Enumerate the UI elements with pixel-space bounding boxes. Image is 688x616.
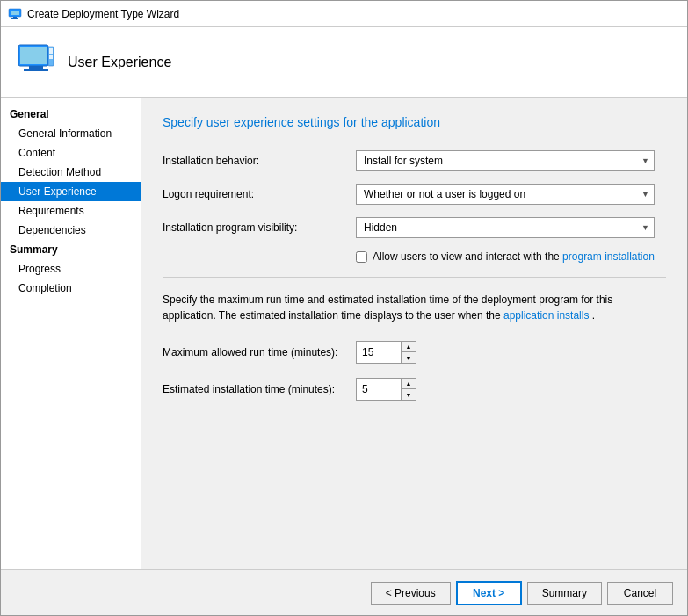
header-section: User Experience: [1, 27, 687, 98]
application-installs-link[interactable]: application installs: [503, 309, 589, 322]
estimated-time-spinner-buttons: ▲ ▼: [401, 379, 416, 400]
sidebar-item-progress[interactable]: Progress: [1, 259, 141, 279]
svg-rect-7: [24, 69, 48, 71]
header-title: User Experience: [68, 54, 171, 70]
header-icon: [15, 40, 57, 84]
sidebar-item-requirements[interactable]: Requirements: [1, 201, 141, 221]
sidebar-item-content[interactable]: Content: [1, 143, 141, 163]
main-content: General General Information Content Dete…: [1, 98, 687, 569]
sidebar-item-dependencies[interactable]: Dependencies: [1, 221, 141, 240]
sidebar: General General Information Content Dete…: [1, 98, 141, 569]
title-bar-text: Create Deployment Type Wizard: [27, 8, 179, 20]
svg-rect-1: [11, 11, 19, 15]
installation-behavior-row: Installation behavior: Install for syste…: [163, 150, 666, 171]
logon-requirement-label: Logon requirement:: [163, 188, 356, 200]
logon-requirement-row: Logon requirement: Whether or not a user…: [163, 184, 666, 205]
content-area: Specify user experience settings for the…: [141, 98, 687, 569]
next-button[interactable]: Next >: [456, 581, 522, 605]
max-run-time-decrement[interactable]: ▼: [402, 352, 416, 363]
sidebar-group-general: General: [1, 105, 141, 124]
estimated-time-input[interactable]: [357, 379, 401, 400]
installation-visibility-row: Installation program visibility: HiddenN…: [163, 217, 666, 238]
title-bar-icon: [8, 7, 22, 21]
svg-rect-5: [20, 47, 47, 64]
footer: < Previous Next > Summary Cancel: [1, 569, 687, 615]
previous-button[interactable]: < Previous: [371, 582, 451, 605]
title-bar: Create Deployment Type Wizard: [1, 1, 687, 27]
wizard-window: Create Deployment Type Wizard User Exper…: [0, 0, 688, 616]
svg-rect-3: [11, 18, 18, 19]
divider: [163, 277, 666, 278]
svg-rect-6: [29, 66, 43, 69]
sidebar-group-summary: Summary: [1, 240, 141, 259]
logon-requirement-dropdown[interactable]: Whether or not a user is logged onOnly w…: [356, 184, 655, 205]
summary-button[interactable]: Summary: [527, 582, 602, 605]
installation-behavior-label: Installation behavior:: [163, 155, 356, 167]
max-run-time-row: Maximum allowed run time (minutes): ▲ ▼: [163, 341, 666, 364]
svg-rect-10: [49, 55, 53, 59]
estimated-time-row: Estimated installation time (minutes): ▲…: [163, 378, 666, 401]
estimated-time-decrement[interactable]: ▼: [402, 389, 416, 400]
allow-users-checkbox[interactable]: [356, 251, 367, 263]
checkbox-label: Allow users to view and interact with th…: [373, 250, 655, 263]
svg-rect-2: [13, 17, 17, 18]
program-installation-link[interactable]: program installation: [562, 250, 655, 263]
installation-visibility-dropdown-wrapper: HiddenNormalMinimizedMaximized: [356, 217, 655, 238]
installation-behavior-dropdown-wrapper: Install for systemInstall for userInstal…: [356, 150, 655, 171]
checkbox-row: Allow users to view and interact with th…: [356, 250, 666, 263]
sidebar-item-general-information[interactable]: General Information: [1, 124, 141, 143]
cancel-button[interactable]: Cancel: [607, 582, 673, 605]
max-run-time-input[interactable]: [357, 342, 401, 363]
max-run-time-spinner: ▲ ▼: [356, 341, 416, 364]
svg-rect-9: [49, 48, 53, 54]
estimated-time-increment[interactable]: ▲: [402, 379, 416, 389]
installation-visibility-label: Installation program visibility:: [163, 221, 356, 234]
estimated-time-label: Estimated installation time (minutes):: [163, 383, 356, 395]
sidebar-item-user-experience[interactable]: User Experience: [1, 182, 141, 201]
page-title: Specify user experience settings for the…: [163, 115, 666, 129]
max-run-time-spinner-buttons: ▲ ▼: [401, 342, 416, 363]
sidebar-item-completion[interactable]: Completion: [1, 279, 141, 298]
installation-visibility-dropdown[interactable]: HiddenNormalMinimizedMaximized: [356, 217, 655, 238]
estimated-time-spinner: ▲ ▼: [356, 378, 416, 401]
sidebar-item-detection-method[interactable]: Detection Method: [1, 163, 141, 182]
max-run-time-increment[interactable]: ▲: [402, 342, 416, 352]
form-section: Installation behavior: Install for syste…: [163, 150, 666, 401]
installation-behavior-dropdown[interactable]: Install for systemInstall for userInstal…: [356, 150, 655, 171]
max-run-time-label: Maximum allowed run time (minutes):: [163, 346, 356, 359]
logon-requirement-dropdown-wrapper: Whether or not a user is logged onOnly w…: [356, 184, 655, 205]
info-text: Specify the maximum run time and estimat…: [163, 292, 666, 323]
